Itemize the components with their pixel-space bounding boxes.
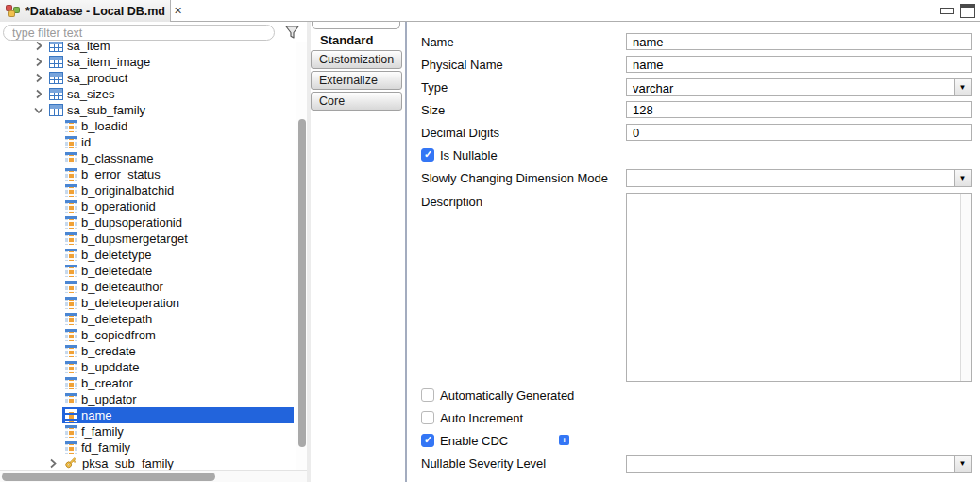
column-icon xyxy=(65,200,77,213)
physical-name-field[interactable] xyxy=(626,56,972,73)
table-icon xyxy=(49,72,63,84)
tree-item-sa_item_image[interactable]: sa_item_image xyxy=(0,54,296,70)
tree-item-b_creator[interactable]: b_creator xyxy=(0,375,296,391)
automatically-generated-checkbox[interactable] xyxy=(421,388,434,402)
tree-item-fd_family[interactable]: fd_family xyxy=(0,439,296,456)
tree-item-b_classname[interactable]: b_classname xyxy=(0,150,296,166)
tree-vertical-scrollbar-thumb[interactable] xyxy=(298,119,306,447)
tree-item-b_upddate[interactable]: b_upddate xyxy=(0,359,296,375)
tree-item-label: b_upddate xyxy=(81,360,139,374)
chevron-down-icon[interactable]: ▼ xyxy=(954,456,971,472)
tab-core[interactable]: Core xyxy=(311,92,402,111)
enable-cdc-label: Enable CDCi xyxy=(440,434,508,448)
column-icon xyxy=(65,361,77,373)
tree-item-label: fd_family xyxy=(81,440,130,455)
size-field[interactable] xyxy=(626,101,972,118)
tree-item-label: sa_sizes xyxy=(67,87,115,101)
automatically-generated-label: Automatically Generated xyxy=(440,388,574,403)
filter-input[interactable] xyxy=(3,25,275,41)
column-icon xyxy=(65,265,77,277)
column-icon xyxy=(65,232,77,245)
tree-item-b_originalbatchid[interactable]: b_originalbatchid xyxy=(0,182,296,198)
tree-vertical-scrollbar[interactable] xyxy=(296,22,307,470)
tree-horizontal-scrollbar[interactable] xyxy=(0,470,307,482)
tree-horizontal-scrollbar-thumb[interactable] xyxy=(2,473,215,481)
is-nullable-label: Is Nullable xyxy=(440,148,498,163)
chevron-down-icon[interactable]: ▼ xyxy=(954,79,971,95)
description-textarea[interactable] xyxy=(626,193,972,382)
tree-item-label: b_deletepath xyxy=(81,312,152,326)
chevron-down-icon[interactable] xyxy=(34,105,49,116)
chevron-down-icon[interactable]: ▼ xyxy=(954,170,971,186)
tree-item-label: b_dupsoperationid xyxy=(81,215,182,230)
auto-increment-checkbox[interactable] xyxy=(421,411,434,424)
auto-increment-label: Auto Increment xyxy=(440,411,523,425)
chevron-right-icon[interactable] xyxy=(34,73,49,84)
description-scrollbar[interactable] xyxy=(960,194,971,381)
tree-item-label: b_error_status xyxy=(81,167,161,181)
tree-item-b_copiedfrom[interactable]: b_copiedfrom xyxy=(0,327,296,343)
chevron-right-icon[interactable] xyxy=(34,57,49,68)
column-icon xyxy=(65,168,77,181)
name-field[interactable] xyxy=(626,33,972,50)
tree-item-sa_product[interactable]: sa_product xyxy=(0,70,296,86)
tree-item-b_deletepath[interactable]: b_deletepath xyxy=(0,311,296,327)
model-tree-pane: sa_itemsa_item_imagesa_productsa_sizessa… xyxy=(0,22,307,482)
nullable-severity-dropdown[interactable]: ▼ xyxy=(626,455,972,473)
tab-close-icon[interactable]: ✕ xyxy=(174,6,182,16)
tree-item-b_operationid[interactable]: b_operationid xyxy=(0,198,296,215)
column-icon xyxy=(65,441,77,454)
column-icon xyxy=(65,425,77,438)
tree-item-label: b_deletedate xyxy=(81,264,152,278)
tab-externalize[interactable]: Externalize xyxy=(311,71,402,90)
scd-mode-dropdown[interactable]: ▼ xyxy=(626,169,972,187)
tree-item-b_credate[interactable]: b_credate xyxy=(0,343,296,359)
tree-item-label: b_deletetype xyxy=(81,248,151,262)
tree-item-label: sa_product xyxy=(67,71,127,85)
chevron-right-icon[interactable] xyxy=(34,41,49,52)
tab-customization[interactable]: Customization xyxy=(311,50,402,69)
chevron-right-icon[interactable] xyxy=(48,458,63,470)
tree-item-b_updator[interactable]: b_updator xyxy=(0,391,296,407)
editor-tab-title: *Database - Local DB.md xyxy=(25,5,165,18)
maximize-view-icon[interactable] xyxy=(960,4,975,18)
column-icon xyxy=(65,297,77,309)
is-nullable-checkbox[interactable] xyxy=(421,148,434,162)
tree-item-name[interactable]: name xyxy=(0,407,296,423)
column-icon xyxy=(65,216,77,229)
column-icon xyxy=(65,120,77,132)
tree-item-label: pksa_sub_family xyxy=(82,456,174,471)
tree-item-sa_sizes[interactable]: sa_sizes xyxy=(0,86,296,102)
tree-item-b_deleteoperation[interactable]: b_deleteoperation xyxy=(0,295,296,311)
tree-item-f_family[interactable]: f_family xyxy=(0,423,296,439)
tab-standard[interactable]: Standard xyxy=(320,33,373,47)
description-label: Description xyxy=(421,195,482,209)
info-icon[interactable]: i xyxy=(559,435,569,445)
column-icon xyxy=(65,281,77,293)
chevron-right-icon[interactable] xyxy=(34,89,49,100)
tree-item-b_dupsmergetarget[interactable]: b_dupsmergetarget xyxy=(0,231,296,247)
enable-cdc-checkbox[interactable] xyxy=(421,434,434,447)
size-label: Size xyxy=(421,103,445,117)
tree-item-sa_sub_family[interactable]: sa_sub_family xyxy=(0,102,296,118)
editor-tab-bar: *Database - Local DB.md ✕ xyxy=(0,0,980,22)
filter-bar xyxy=(0,22,307,42)
tree-item-id[interactable]: id xyxy=(0,134,296,150)
filter-funnel-icon[interactable] xyxy=(284,25,300,41)
type-dropdown[interactable]: varchar ▼ xyxy=(626,78,972,96)
editor-tab[interactable]: *Database - Local DB.md ✕ xyxy=(0,0,171,22)
tree-item-b_deleteauthor[interactable]: b_deleteauthor xyxy=(0,279,296,295)
tree-item-b_dupsoperationid[interactable]: b_dupsoperationid xyxy=(0,215,296,231)
minimize-view-icon[interactable] xyxy=(940,8,954,14)
tree-item-b_error_status[interactable]: b_error_status xyxy=(0,166,296,182)
tree-item-b_loadid[interactable]: b_loadid xyxy=(0,118,296,134)
tree-item-b_deletetype[interactable]: b_deletetype xyxy=(0,247,296,263)
scd-mode-label: Slowly Changing Dimension Mode xyxy=(421,171,608,185)
section-tabs-frame xyxy=(312,22,400,29)
decimal-digits-field[interactable] xyxy=(626,124,972,141)
column-icon xyxy=(65,184,77,197)
column-icon xyxy=(65,393,77,405)
tree-item-label: sa_sub_family xyxy=(67,103,145,117)
model-file-icon xyxy=(6,4,21,19)
tree-item-b_deletedate[interactable]: b_deletedate xyxy=(0,263,296,279)
